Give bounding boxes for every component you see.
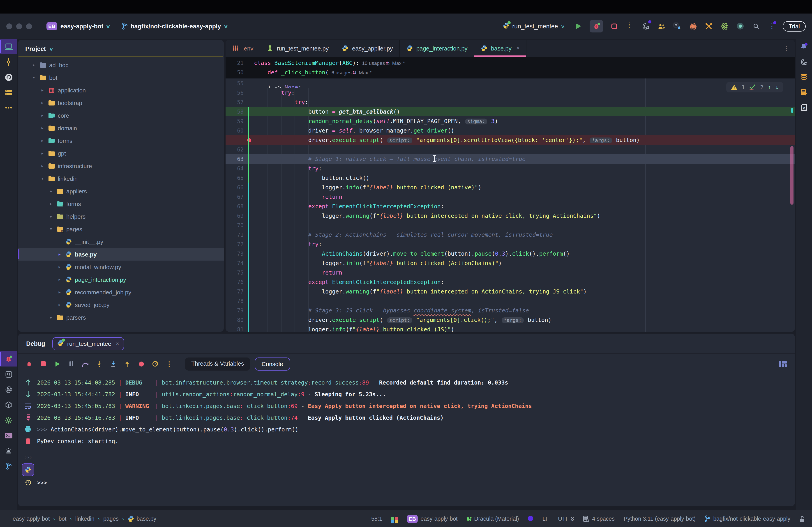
- ai-assistant-icon[interactable]: [641, 21, 651, 31]
- breadcrumb-file[interactable]: base.py: [128, 516, 156, 522]
- python-3-11-easy-apply-bot--status[interactable]: Python 3.11 (easy-apply-bot): [624, 516, 696, 522]
- utf-8-status[interactable]: UTF-8: [558, 516, 574, 522]
- tree-item-application[interactable]: ▸application: [18, 84, 224, 96]
- gutter[interactable]: [244, 230, 254, 239]
- chevron-right-icon[interactable]: ▸: [40, 113, 45, 118]
- line-number[interactable]: 75: [226, 269, 244, 276]
- tab-base-py[interactable]: base.py×: [474, 40, 526, 57]
- code-line-69[interactable]: 69logger.warning(f"{label} button interc…: [226, 211, 795, 221]
- chevron-right-icon[interactable]: ▸: [57, 302, 62, 307]
- code-line-21[interactable]: 21class BaseSeleniumManager(ABC): 10 usa…: [226, 58, 795, 67]
- chevron-right-icon[interactable]: ▸: [40, 138, 45, 143]
- packages-icon[interactable]: [0, 397, 17, 412]
- gutter[interactable]: [244, 258, 254, 268]
- line-number[interactable]: 56: [226, 90, 244, 96]
- code-line-73[interactable]: 73ActionChains(driver).move_to_element(b…: [226, 249, 795, 258]
- code-line-50[interactable]: 50def _click_button( 6 usages Max *: [226, 67, 795, 77]
- stack-up-icon[interactable]: [19, 379, 37, 386]
- step-over-button[interactable]: [81, 360, 89, 368]
- code-line-76[interactable]: 76except ElementClickInterceptedExceptio…: [226, 277, 795, 287]
- gutter[interactable]: [244, 239, 254, 249]
- project-selector[interactable]: EB easy-apply-bot ∨: [43, 20, 114, 32]
- step-out-button[interactable]: [123, 360, 131, 368]
- chevron-down-icon[interactable]: ▾: [40, 176, 45, 181]
- line-number[interactable]: 55: [226, 80, 244, 86]
- git-branch-icon[interactable]: [0, 458, 17, 474]
- debug-view-tab-console[interactable]: Console: [255, 357, 290, 370]
- chevron-right-icon[interactable]: ▸: [31, 63, 37, 67]
- tab-run-test-mentee-py[interactable]: run_test_mentee.py: [260, 40, 335, 57]
- tree-item-base-py[interactable]: ▸base.py: [18, 248, 224, 260]
- ai-assistant-icon[interactable]: [795, 54, 812, 70]
- gutter[interactable]: [244, 135, 254, 145]
- chevron-down-icon[interactable]: ▾: [31, 75, 37, 80]
- python-console-icon[interactable]: [19, 464, 37, 476]
- tree-item--init-py[interactable]: __init__.py: [18, 235, 224, 248]
- tree-item-modal-window-py[interactable]: ▸modal_window.py: [18, 260, 224, 273]
- scroll-end-icon[interactable]: [19, 414, 37, 421]
- prompt-dim-icon[interactable]: ›››: [19, 454, 37, 460]
- kebab-badge-icon[interactable]: ⋮: [767, 21, 777, 31]
- win-grid-status[interactable]: [391, 515, 398, 523]
- tree-item-saved-job-py[interactable]: ▸saved_job.py: [18, 298, 224, 311]
- code-line-57[interactable]: 57try:: [226, 97, 795, 107]
- line-number[interactable]: 65: [226, 175, 244, 181]
- gutter[interactable]: [244, 201, 254, 211]
- structure-icon[interactable]: [0, 85, 17, 100]
- search-icon[interactable]: [751, 21, 761, 31]
- translate-icon[interactable]: A: [672, 21, 682, 31]
- gutter[interactable]: [244, 67, 254, 77]
- breadcrumb-item[interactable]: bot: [59, 516, 67, 522]
- tab--env[interactable]: .env: [226, 40, 260, 57]
- kebab-yellow-button[interactable]: ⋮: [165, 360, 173, 368]
- trial-badge[interactable]: Trial: [783, 21, 806, 31]
- code-line-70[interactable]: 70: [226, 221, 795, 230]
- gutter[interactable]: [244, 277, 254, 287]
- line-number[interactable]: 80: [226, 317, 244, 323]
- window-controls[interactable]: [6, 23, 32, 29]
- line-number[interactable]: 50: [226, 69, 244, 76]
- debug-session-tab[interactable]: run_test_mentee ×: [52, 337, 124, 350]
- line-number[interactable]: 67: [226, 194, 244, 200]
- line-number[interactable]: 71: [226, 231, 244, 238]
- run-config-selector[interactable]: run_test_mentee ∨: [499, 20, 568, 32]
- gutter[interactable]: [244, 126, 254, 135]
- gear-icon[interactable]: [0, 412, 17, 428]
- python-gray-icon[interactable]: [0, 382, 17, 397]
- line-number[interactable]: 74: [226, 260, 244, 266]
- code-line-78[interactable]: 78: [226, 296, 795, 306]
- line-number[interactable]: 63: [226, 156, 244, 162]
- gutter[interactable]: [244, 173, 254, 183]
- tree-item-forms[interactable]: ▸≡forms: [18, 197, 224, 210]
- gutter[interactable]: [244, 249, 254, 258]
- layout-settings-icon[interactable]: [779, 361, 787, 367]
- minimize-window-button[interactable]: [16, 23, 22, 29]
- doc-indent-status[interactable]: 4 spaces: [583, 516, 615, 522]
- line-number[interactable]: 73: [226, 251, 244, 257]
- line-number[interactable]: 79: [226, 307, 244, 314]
- stop-icon[interactable]: [609, 21, 619, 31]
- eb-badge-status[interactable]: EBeasy-apply-bot: [407, 516, 458, 522]
- line-number[interactable]: 77: [226, 288, 244, 295]
- code-line-64[interactable]: 64try:: [226, 164, 795, 173]
- gutter[interactable]: [244, 325, 254, 332]
- tree-item-pages[interactable]: ▾▤pages: [18, 223, 224, 235]
- code-line-55[interactable]: 55) -> None:: [226, 78, 795, 88]
- tree-item-forms[interactable]: ▸≡forms: [18, 134, 224, 147]
- gutter[interactable]: [244, 116, 254, 126]
- gutter[interactable]: [244, 107, 254, 116]
- tools-icon[interactable]: [704, 21, 714, 31]
- bell-badge-icon[interactable]: [795, 39, 812, 54]
- tree-item-recommended-job-py[interactable]: ▸recommended_job.py: [18, 286, 224, 298]
- line-number[interactable]: 76: [226, 279, 244, 285]
- gutter[interactable]: [244, 221, 254, 230]
- tree-item-infrastructure[interactable]: ▸infrastructure: [18, 160, 224, 172]
- line-number[interactable]: 58: [226, 108, 244, 115]
- gutter[interactable]: [244, 211, 254, 221]
- line-number[interactable]: 70: [226, 222, 244, 228]
- editor-tabs-menu-icon[interactable]: ⋮: [778, 45, 795, 52]
- purple-dot-status[interactable]: [528, 515, 534, 522]
- gutter[interactable]: [244, 183, 254, 192]
- chevron-right-icon[interactable]: ▸: [57, 252, 62, 257]
- code-line-66[interactable]: 66logger.info(f"{label} button clicked (…: [226, 183, 795, 192]
